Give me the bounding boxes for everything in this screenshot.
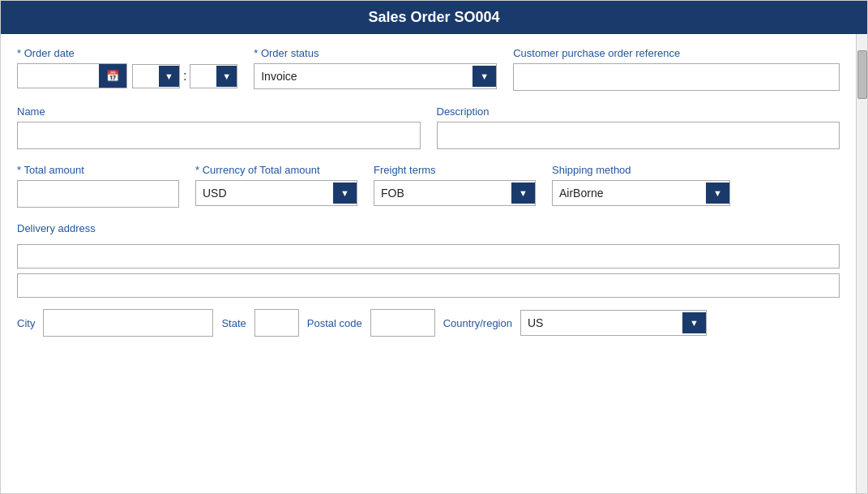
- country-chevron-icon[interactable]: ▼: [682, 312, 706, 333]
- time-colon: :: [183, 69, 186, 84]
- freight-terms-group: Freight terms FOB CIF EXW ▼: [374, 164, 536, 206]
- currency-group: Currency of Total amount USD EUR GBP ▼: [195, 164, 357, 206]
- name-input[interactable]: Lynn Haney: [17, 122, 421, 149]
- freight-select[interactable]: FOB CIF EXW: [374, 181, 511, 205]
- form-content: Order date 2/4/2016 📅 16 ▼ :: [1, 34, 856, 493]
- order-date-group: Order date 2/4/2016 📅 16 ▼ :: [17, 47, 237, 88]
- total-amount-group: Total amount 350: [17, 164, 179, 208]
- delivery-address-label: Delivery address: [17, 222, 840, 234]
- shipping-method-group: Shipping method AirBorne FedEx UPS ▼: [552, 164, 730, 206]
- postal-input[interactable]: 80001: [370, 309, 435, 337]
- address-line1-input[interactable]: 123 Gray Rd: [17, 244, 840, 268]
- customer-po-label: Customer purchase order reference: [513, 47, 840, 59]
- description-label: Description: [437, 105, 840, 118]
- title-bar: Sales Order SO004: [1, 1, 867, 34]
- total-amount-input[interactable]: 350: [17, 180, 179, 208]
- currency-select[interactable]: USD EUR GBP: [196, 181, 333, 205]
- name-label: Name: [17, 105, 421, 118]
- freight-chevron-icon[interactable]: ▼: [511, 183, 535, 204]
- time-wrapper: 16 ▼ : 00 ▼: [132, 64, 237, 88]
- scrollbar-thumb[interactable]: [857, 50, 867, 99]
- order-date-label: Order date: [17, 47, 237, 59]
- country-label: Country/region: [443, 317, 512, 329]
- country-select[interactable]: US CA GB: [521, 311, 682, 335]
- calendar-button[interactable]: 📅: [99, 64, 126, 88]
- freight-terms-label: Freight terms: [374, 164, 536, 176]
- order-status-chevron-icon[interactable]: ▼: [472, 66, 496, 87]
- city-input[interactable]: Colorado: [43, 309, 213, 337]
- shipping-select[interactable]: AirBorne FedEx UPS: [553, 181, 706, 205]
- main-window: Sales Order SO004 Order date 2/4/2016 📅 …: [0, 0, 868, 494]
- customer-po-group: Customer purchase order reference: [513, 47, 840, 91]
- order-status-select-wrapper: Invoice Draft Confirmed Cancelled ▼: [254, 63, 497, 89]
- shipping-select-wrapper: AirBorne FedEx UPS ▼: [552, 180, 730, 206]
- delivery-address-section: Delivery address 123 Gray Rd APT 723: [17, 222, 840, 298]
- state-input[interactable]: CO: [254, 309, 299, 337]
- currency-select-wrapper: USD EUR GBP ▼: [195, 180, 357, 206]
- shipping-chevron-icon[interactable]: ▼: [706, 183, 729, 204]
- address-line2-input[interactable]: APT 723: [17, 273, 840, 298]
- scrollbar-track[interactable]: [856, 34, 867, 493]
- freight-select-wrapper: FOB CIF EXW ▼: [374, 180, 536, 206]
- city-label: City: [17, 317, 35, 329]
- description-group: Description Tricia Hess: [437, 105, 840, 149]
- description-input[interactable]: Tricia Hess: [437, 122, 840, 149]
- minute-select-wrapper: 00 ▼: [190, 64, 237, 88]
- minute-input[interactable]: 00: [190, 65, 216, 88]
- hour-input[interactable]: 16: [133, 65, 159, 88]
- country-select-wrapper: US CA GB ▼: [520, 310, 707, 336]
- order-status-label: Order status: [254, 47, 497, 59]
- state-label: State: [221, 317, 246, 329]
- total-amount-label: Total amount: [17, 164, 179, 176]
- hour-chevron-icon[interactable]: ▼: [159, 66, 179, 87]
- minute-chevron-icon[interactable]: ▼: [216, 66, 237, 87]
- city-state-row: City Colorado State CO Postal code 80001…: [17, 309, 840, 337]
- hour-select-wrapper: 16 ▼: [132, 64, 180, 88]
- order-date-input[interactable]: 2/4/2016: [18, 65, 99, 88]
- currency-label: Currency of Total amount: [195, 164, 357, 176]
- order-status-select[interactable]: Invoice Draft Confirmed Cancelled: [254, 64, 472, 88]
- name-group: Name Lynn Haney: [17, 105, 421, 149]
- postal-label: Postal code: [307, 317, 362, 329]
- order-status-group: Order status Invoice Draft Confirmed Can…: [254, 47, 497, 89]
- page-title: Sales Order SO004: [368, 9, 499, 25]
- currency-chevron-icon[interactable]: ▼: [333, 183, 357, 204]
- order-date-input-wrapper: 2/4/2016 📅: [17, 63, 127, 88]
- shipping-method-label: Shipping method: [552, 164, 730, 176]
- customer-po-input[interactable]: [513, 63, 840, 91]
